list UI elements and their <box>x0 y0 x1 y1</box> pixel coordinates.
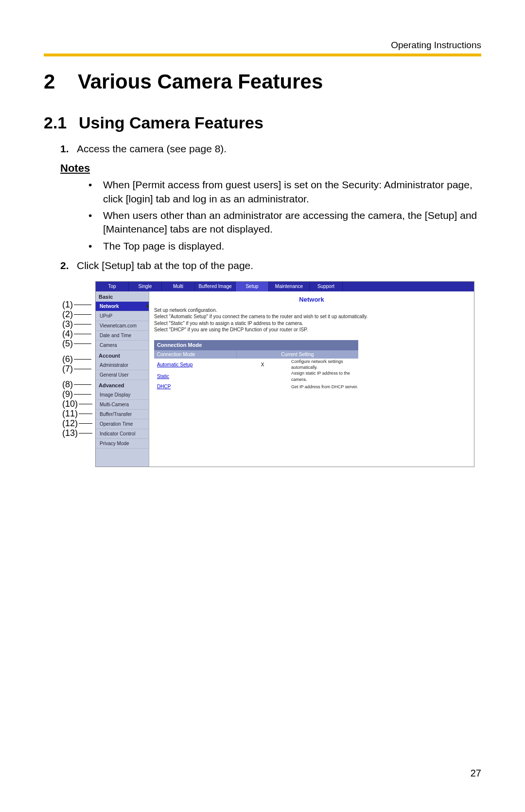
sidebar-header-advanced: Advanced <box>96 380 149 390</box>
header-rule <box>44 54 481 56</box>
callout-4: (4) <box>62 329 73 339</box>
note-item: •When [Permit access from guest users] i… <box>88 178 481 206</box>
tab-maintenance[interactable]: Maintenance <box>269 282 310 291</box>
mode-row-dhcp: DHCP Get IP address from DHCP server. <box>154 382 358 391</box>
callout-12: (12) <box>62 418 78 428</box>
callout-leader <box>74 384 91 385</box>
sidebar-item-administrator[interactable]: Administrator <box>96 361 149 370</box>
desc-line: Select "Static" if you wish to assign a … <box>154 321 303 326</box>
page-number: 27 <box>471 767 481 780</box>
tab-bar: Top Single Multi Buffered Image Setup Ma… <box>96 282 474 291</box>
tab-support[interactable]: Support <box>310 282 343 291</box>
callout-13: (13) <box>62 428 78 438</box>
callout-8: (8) <box>62 379 73 389</box>
sidebar-item-upnp[interactable]: UPnP <box>96 311 149 321</box>
setup-screenshot-figure: (1) (2) (3) (4) (5) (6) (7) (8) (9) (10)… <box>95 281 484 467</box>
sidebar-item-general-user[interactable]: General User <box>96 370 149 380</box>
bullet-icon: • <box>88 239 103 253</box>
callout-leader <box>74 334 91 334</box>
sidebar-item-network[interactable]: Network <box>96 302 149 311</box>
chapter-number: 2 <box>44 68 78 96</box>
tab-buffered-image[interactable]: Buffered Image <box>195 282 236 291</box>
link-dhcp[interactable]: DHCP <box>157 384 171 389</box>
section-title: Using Camera Features <box>79 113 263 132</box>
callout-leader <box>79 404 92 404</box>
col-current-setting: Current Setting <box>237 350 358 359</box>
note-item: •The Top page is displayed. <box>88 239 481 253</box>
section-number: 2.1 <box>44 112 79 134</box>
link-static[interactable]: Static <box>157 374 169 379</box>
setup-content: Network Set up network configuration. Se… <box>149 291 474 467</box>
col-connection-mode: Connection Mode <box>154 350 237 359</box>
current-setting-value: X <box>237 361 288 368</box>
setup-page-screenshot: Top Single Multi Buffered Image Setup Ma… <box>95 281 474 467</box>
tab-multi[interactable]: Multi <box>162 282 195 291</box>
desc-line: Select "DHCP" if you are using the DHCP … <box>154 327 308 332</box>
sidebar-item-date-time[interactable]: Date and Time <box>96 331 149 341</box>
mode-description: Get IP address from DHCP server. <box>288 384 358 390</box>
sidebar-header-account: Account <box>96 350 149 361</box>
tab-setup[interactable]: Setup <box>236 282 269 291</box>
step-1: 1. Access the camera (see page 8). <box>60 142 481 156</box>
sidebar-item-camera[interactable]: Camera <box>96 341 149 350</box>
desc-line: Select "Automatic Setup" if you connect … <box>154 314 368 319</box>
callout-leader <box>74 394 91 395</box>
callout-leader <box>74 359 91 360</box>
sidebar-item-multi-camera[interactable]: Multi-Camera <box>96 400 149 410</box>
callout-10: (10) <box>62 399 78 409</box>
callout-leader <box>79 414 92 414</box>
desc-line: Set up network configuration. <box>154 307 217 313</box>
callout-7: (7) <box>62 364 73 374</box>
sidebar-item-image-display[interactable]: Image Display <box>96 390 149 400</box>
content-title: Network <box>154 295 469 304</box>
panel-subheader: Connection Mode Current Setting <box>154 350 358 359</box>
setup-sidebar: Basic Network UPnP Viewnetcam.com Date a… <box>96 291 149 467</box>
callout-5: (5) <box>62 339 73 348</box>
sidebar-item-privacy-mode[interactable]: Privacy Mode <box>96 439 149 449</box>
tab-top[interactable]: Top <box>96 282 129 291</box>
sidebar-item-indicator-control[interactable]: Indicator Control <box>96 429 149 439</box>
sidebar-header-basic: Basic <box>96 291 149 302</box>
step-number: 1. <box>60 142 77 156</box>
callout-11: (11) <box>62 409 78 418</box>
callout-leader <box>79 433 92 433</box>
callout-leader <box>74 324 91 325</box>
callout-leader <box>74 343 91 344</box>
callout-leader <box>74 305 91 305</box>
panel-heading: Connection Mode <box>154 340 358 350</box>
step-text: Click [Setup] tab at the top of the page… <box>77 259 253 272</box>
sidebar-item-buffer-transfer[interactable]: Buffer/Transfer <box>96 410 149 419</box>
bullet-icon: • <box>88 178 103 206</box>
callout-3: (3) <box>62 319 73 329</box>
section-heading: 2.1Using Camera Features <box>44 112 481 134</box>
notes-heading: Notes <box>60 161 481 176</box>
sidebar-item-viewnetcam[interactable]: Viewnetcam.com <box>96 321 149 331</box>
note-text: The Top page is displayed. <box>103 239 224 253</box>
step-2: 2. Click [Setup] tab at the top of the p… <box>60 259 481 272</box>
callout-leader <box>74 369 91 369</box>
step-number: 2. <box>60 259 77 272</box>
step-text: Access the camera (see page 8). <box>77 142 227 156</box>
callout-9: (9) <box>62 389 73 399</box>
running-header: Operating Instructions <box>44 39 481 52</box>
callout-leader <box>79 423 92 424</box>
callout-2: (2) <box>62 309 73 319</box>
chapter-heading: 2Various Camera Features <box>44 68 481 96</box>
callout-leader <box>74 314 91 315</box>
mode-row-static: Static Assign static IP address to the c… <box>154 370 358 382</box>
content-description: Set up network configuration. Select "Au… <box>154 307 469 333</box>
tab-single[interactable]: Single <box>129 282 162 291</box>
note-text: When users other than an administrator a… <box>103 209 481 236</box>
sidebar-item-operation-time[interactable]: Operation Time <box>96 419 149 429</box>
callout-6: (6) <box>62 354 73 364</box>
note-text: When [Permit access from guest users] is… <box>103 178 481 206</box>
mode-description: Assign static IP address to the camera. <box>288 370 358 382</box>
callout-1: (1) <box>62 300 73 309</box>
bullet-icon: • <box>88 209 103 236</box>
note-item: •When users other than an administrator … <box>88 209 481 236</box>
mode-row-automatic: Automatic Setup X Configure network sett… <box>154 359 358 370</box>
link-automatic-setup[interactable]: Automatic Setup <box>157 362 192 367</box>
mode-description: Configure network settings automatically… <box>288 359 358 370</box>
connection-mode-panel: Connection Mode Connection Mode Current … <box>154 340 358 391</box>
chapter-title: Various Camera Features <box>78 70 323 93</box>
